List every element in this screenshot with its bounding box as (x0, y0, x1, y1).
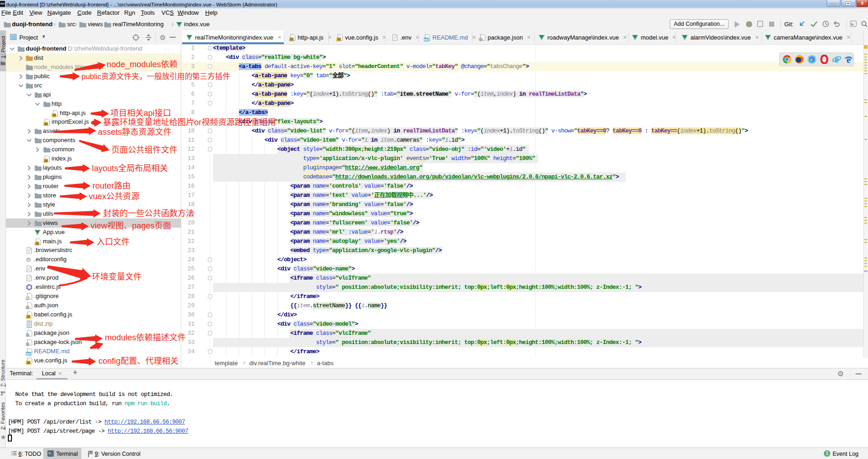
svg-text:JS: JS (44, 159, 48, 162)
svg-text:⚙: ⚙ (479, 38, 482, 41)
svg-text:JS: JS (35, 242, 39, 245)
svg-text:JS: JS (26, 361, 30, 364)
svg-text:MD: MD (26, 352, 31, 356)
svg-text:e: e (835, 54, 839, 64)
svg-text:JS: JS (26, 315, 30, 318)
svg-text:⚙: ⚙ (26, 333, 29, 337)
svg-text:e: e (846, 54, 851, 64)
svg-text:JS: JS (337, 38, 341, 41)
svg-text:⚙: ⚙ (26, 306, 29, 309)
svg-text:JS: JS (52, 114, 56, 117)
svg-text:JS: JS (44, 122, 48, 126)
svg-text:MD: MD (424, 38, 429, 41)
svg-text:JS: JS (289, 38, 293, 41)
svg-text:⚙: ⚙ (26, 343, 29, 346)
